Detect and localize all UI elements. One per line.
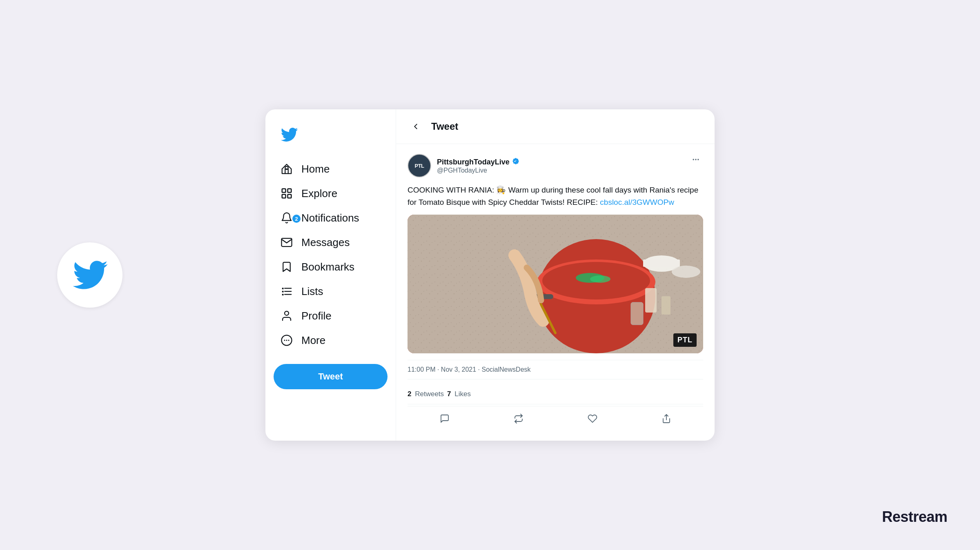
author-name-row: PittsburghTodayLive (437, 157, 519, 167)
sidebar-item-home[interactable]: Home (274, 157, 388, 181)
bookmarks-icon (280, 260, 293, 273)
svg-rect-2 (288, 189, 292, 193)
svg-rect-33 (643, 259, 680, 267)
svg-rect-35 (645, 288, 657, 313)
tweet-link[interactable]: cbsloc.al/3GWWOPw (600, 198, 674, 206)
explore-icon (280, 187, 293, 200)
twitter-logo-icon (280, 126, 298, 144)
main-card: Home Explore 2 Not (265, 109, 715, 441)
notifications-label: Notifications (301, 212, 359, 224)
tweet-more-button[interactable] (688, 154, 703, 168)
profile-icon (280, 309, 293, 322)
more-label: More (301, 334, 325, 347)
sidebar-item-messages[interactable]: Messages (274, 230, 388, 255)
svg-rect-36 (662, 296, 670, 315)
tweet-detail-panel: Tweet PTL PittsburghTodayLive (396, 109, 715, 441)
tweet-image: PTL (408, 215, 703, 353)
author-display-name: PittsburghTodayLive (437, 158, 510, 166)
svg-point-17 (695, 159, 696, 160)
tweet-button[interactable]: Tweet (274, 364, 388, 389)
sidebar-item-notifications[interactable]: 2 Notifications (274, 206, 388, 230)
sidebar-logo[interactable] (274, 122, 388, 157)
svg-rect-3 (282, 195, 286, 198)
retweet-icon (514, 414, 523, 424)
svg-point-34 (672, 266, 700, 278)
retweets-label: Retweets (415, 390, 444, 398)
profile-label: Profile (301, 310, 332, 322)
svg-rect-9 (282, 291, 284, 293)
likes-label: Likes (454, 390, 471, 398)
sidebar-item-lists[interactable]: Lists (274, 279, 388, 304)
reply-icon (440, 414, 450, 424)
restream-brand: Restream (882, 508, 947, 526)
tweet-image-svg (408, 215, 703, 353)
lists-icon (280, 285, 293, 298)
likes-count: 7 (447, 390, 451, 398)
likes-stat[interactable]: 7 Likes (447, 390, 471, 398)
svg-point-0 (285, 166, 288, 170)
svg-point-16 (693, 159, 694, 160)
svg-rect-4 (288, 195, 292, 198)
tweet-actions-bar (408, 406, 703, 431)
svg-point-14 (286, 340, 287, 341)
notification-badge: 2 (292, 215, 301, 223)
explore-label: Explore (301, 187, 337, 200)
reply-button[interactable] (434, 410, 455, 428)
sidebar-item-explore[interactable]: Explore (274, 181, 388, 206)
ptl-watermark: PTL (673, 333, 697, 347)
back-button[interactable] (408, 118, 424, 135)
notifications-icon: 2 (280, 211, 293, 224)
sidebar-item-more[interactable]: More (274, 328, 388, 353)
sidebar-item-bookmarks[interactable]: Bookmarks (274, 255, 388, 279)
sidebar-item-profile[interactable]: Profile (274, 304, 388, 328)
avatar: PTL (408, 154, 431, 177)
tweet-author-row: PTL PittsburghTodayLive @PGHTodayLive (408, 154, 703, 177)
svg-point-11 (285, 311, 289, 315)
svg-rect-10 (282, 294, 284, 295)
tweet-stats: 2 Retweets 7 Likes (408, 384, 703, 404)
retweets-count: 2 (408, 390, 411, 398)
tweet-author-info: PTL PittsburghTodayLive @PGHTodayLive (408, 154, 519, 177)
more-circle-icon (280, 334, 293, 347)
author-handle: @PGHTodayLive (437, 167, 519, 174)
svg-rect-1 (282, 189, 286, 193)
tweet-detail-title: Tweet (431, 121, 458, 132)
lists-label: Lists (301, 285, 323, 298)
tweet-body: PTL PittsburghTodayLive @PGHTodayLive (396, 144, 715, 441)
author-meta: PittsburghTodayLive @PGHTodayLive (437, 157, 519, 174)
svg-point-15 (288, 340, 290, 341)
share-button[interactable] (656, 410, 677, 428)
back-arrow-icon (411, 122, 420, 131)
twitter-bird-icon (71, 257, 108, 293)
svg-point-18 (697, 159, 699, 160)
verified-icon (512, 157, 519, 167)
home-icon (280, 162, 293, 175)
bookmarks-label: Bookmarks (301, 261, 354, 273)
retweets-stat[interactable]: 2 Retweets (408, 390, 444, 398)
messages-label: Messages (301, 236, 350, 249)
tweet-meta: 11:00 PM · Nov 3, 2021 · SocialNewsDesk (408, 360, 703, 379)
home-label: Home (301, 163, 330, 175)
retweet-button[interactable] (508, 410, 529, 428)
share-icon (662, 414, 671, 424)
tweet-detail-header: Tweet (396, 109, 715, 144)
svg-point-29 (590, 275, 610, 283)
messages-icon (280, 236, 293, 249)
like-icon (588, 414, 597, 424)
svg-point-13 (284, 340, 285, 341)
tweet-text: COOKING WITH RANIA: 👩‍🍳 Warm up during t… (408, 184, 703, 208)
svg-rect-37 (631, 302, 643, 325)
like-button[interactable] (582, 410, 603, 428)
floating-twitter-logo (57, 242, 122, 308)
svg-rect-8 (282, 288, 284, 289)
sidebar: Home Explore 2 Not (265, 109, 396, 441)
